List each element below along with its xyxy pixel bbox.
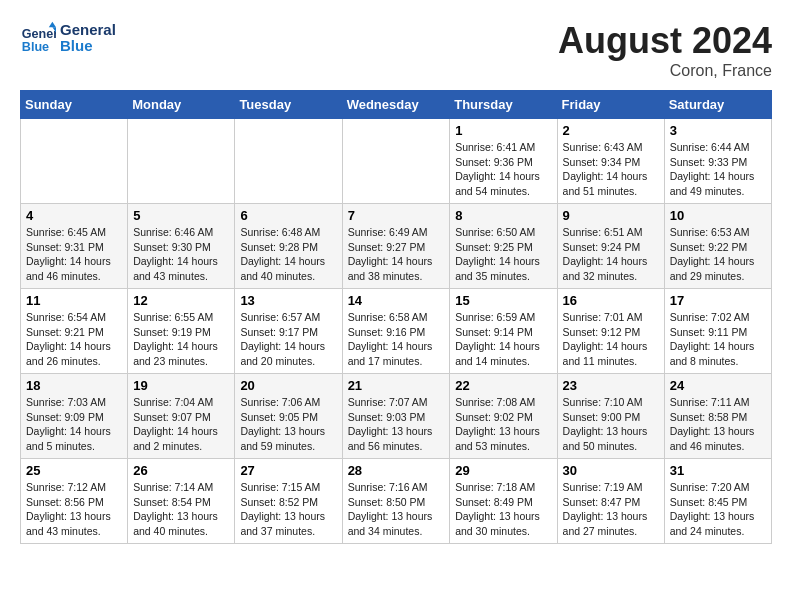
weekday-header-thursday: Thursday — [450, 91, 557, 119]
day-info: Sunrise: 6:58 AM Sunset: 9:16 PM Dayligh… — [348, 310, 445, 369]
day-info: Sunrise: 7:16 AM Sunset: 8:50 PM Dayligh… — [348, 480, 445, 539]
day-info: Sunrise: 7:12 AM Sunset: 8:56 PM Dayligh… — [26, 480, 122, 539]
day-number: 20 — [240, 378, 336, 393]
weekday-header-friday: Friday — [557, 91, 664, 119]
day-info: Sunrise: 7:03 AM Sunset: 9:09 PM Dayligh… — [26, 395, 122, 454]
day-info: Sunrise: 7:10 AM Sunset: 9:00 PM Dayligh… — [563, 395, 659, 454]
calendar-cell: 24Sunrise: 7:11 AM Sunset: 8:58 PM Dayli… — [664, 374, 771, 459]
day-info: Sunrise: 6:49 AM Sunset: 9:27 PM Dayligh… — [348, 225, 445, 284]
calendar-cell: 9Sunrise: 6:51 AM Sunset: 9:24 PM Daylig… — [557, 204, 664, 289]
day-number: 3 — [670, 123, 766, 138]
location: Coron, France — [558, 62, 772, 80]
day-number: 11 — [26, 293, 122, 308]
day-number: 26 — [133, 463, 229, 478]
day-info: Sunrise: 7:15 AM Sunset: 8:52 PM Dayligh… — [240, 480, 336, 539]
calendar-cell: 19Sunrise: 7:04 AM Sunset: 9:07 PM Dayli… — [128, 374, 235, 459]
day-number: 29 — [455, 463, 551, 478]
day-number: 14 — [348, 293, 445, 308]
day-number: 5 — [133, 208, 229, 223]
day-number: 10 — [670, 208, 766, 223]
day-info: Sunrise: 6:48 AM Sunset: 9:28 PM Dayligh… — [240, 225, 336, 284]
day-info: Sunrise: 7:08 AM Sunset: 9:02 PM Dayligh… — [455, 395, 551, 454]
calendar-cell: 12Sunrise: 6:55 AM Sunset: 9:19 PM Dayli… — [128, 289, 235, 374]
page-header: General Blue General Blue August 2024 Co… — [20, 20, 772, 80]
day-number: 13 — [240, 293, 336, 308]
day-info: Sunrise: 6:41 AM Sunset: 9:36 PM Dayligh… — [455, 140, 551, 199]
calendar-week-2: 4Sunrise: 6:45 AM Sunset: 9:31 PM Daylig… — [21, 204, 772, 289]
day-number: 2 — [563, 123, 659, 138]
svg-marker-2 — [49, 22, 56, 27]
weekday-header-sunday: Sunday — [21, 91, 128, 119]
svg-text:Blue: Blue — [22, 40, 49, 54]
weekday-header-saturday: Saturday — [664, 91, 771, 119]
day-info: Sunrise: 6:46 AM Sunset: 9:30 PM Dayligh… — [133, 225, 229, 284]
day-number: 8 — [455, 208, 551, 223]
day-number: 15 — [455, 293, 551, 308]
calendar-cell: 26Sunrise: 7:14 AM Sunset: 8:54 PM Dayli… — [128, 459, 235, 544]
day-number: 22 — [455, 378, 551, 393]
calendar-cell: 13Sunrise: 6:57 AM Sunset: 9:17 PM Dayli… — [235, 289, 342, 374]
day-info: Sunrise: 7:04 AM Sunset: 9:07 PM Dayligh… — [133, 395, 229, 454]
month-title: August 2024 — [558, 20, 772, 62]
calendar-cell: 22Sunrise: 7:08 AM Sunset: 9:02 PM Dayli… — [450, 374, 557, 459]
day-info: Sunrise: 7:01 AM Sunset: 9:12 PM Dayligh… — [563, 310, 659, 369]
weekday-header-tuesday: Tuesday — [235, 91, 342, 119]
day-info: Sunrise: 6:44 AM Sunset: 9:33 PM Dayligh… — [670, 140, 766, 199]
calendar-cell — [21, 119, 128, 204]
day-info: Sunrise: 6:59 AM Sunset: 9:14 PM Dayligh… — [455, 310, 551, 369]
day-number: 27 — [240, 463, 336, 478]
calendar-cell: 27Sunrise: 7:15 AM Sunset: 8:52 PM Dayli… — [235, 459, 342, 544]
calendar-cell: 28Sunrise: 7:16 AM Sunset: 8:50 PM Dayli… — [342, 459, 450, 544]
day-number: 7 — [348, 208, 445, 223]
day-number: 12 — [133, 293, 229, 308]
calendar-cell: 18Sunrise: 7:03 AM Sunset: 9:09 PM Dayli… — [21, 374, 128, 459]
calendar-cell — [342, 119, 450, 204]
day-info: Sunrise: 7:18 AM Sunset: 8:49 PM Dayligh… — [455, 480, 551, 539]
calendar-cell: 15Sunrise: 6:59 AM Sunset: 9:14 PM Dayli… — [450, 289, 557, 374]
calendar-body: 1Sunrise: 6:41 AM Sunset: 9:36 PM Daylig… — [21, 119, 772, 544]
logo-general: General — [60, 22, 116, 39]
calendar-cell: 21Sunrise: 7:07 AM Sunset: 9:03 PM Dayli… — [342, 374, 450, 459]
day-number: 25 — [26, 463, 122, 478]
calendar-week-5: 25Sunrise: 7:12 AM Sunset: 8:56 PM Dayli… — [21, 459, 772, 544]
calendar-cell: 3Sunrise: 6:44 AM Sunset: 9:33 PM Daylig… — [664, 119, 771, 204]
calendar-header: SundayMondayTuesdayWednesdayThursdayFrid… — [21, 91, 772, 119]
calendar-cell — [235, 119, 342, 204]
day-info: Sunrise: 6:57 AM Sunset: 9:17 PM Dayligh… — [240, 310, 336, 369]
calendar-week-1: 1Sunrise: 6:41 AM Sunset: 9:36 PM Daylig… — [21, 119, 772, 204]
logo: General Blue General Blue — [20, 20, 116, 56]
calendar-cell: 5Sunrise: 6:46 AM Sunset: 9:30 PM Daylig… — [128, 204, 235, 289]
title-area: August 2024 Coron, France — [558, 20, 772, 80]
calendar-cell: 20Sunrise: 7:06 AM Sunset: 9:05 PM Dayli… — [235, 374, 342, 459]
day-info: Sunrise: 6:45 AM Sunset: 9:31 PM Dayligh… — [26, 225, 122, 284]
day-info: Sunrise: 6:51 AM Sunset: 9:24 PM Dayligh… — [563, 225, 659, 284]
day-number: 1 — [455, 123, 551, 138]
weekday-header-wednesday: Wednesday — [342, 91, 450, 119]
calendar-cell: 1Sunrise: 6:41 AM Sunset: 9:36 PM Daylig… — [450, 119, 557, 204]
day-info: Sunrise: 7:02 AM Sunset: 9:11 PM Dayligh… — [670, 310, 766, 369]
day-info: Sunrise: 6:53 AM Sunset: 9:22 PM Dayligh… — [670, 225, 766, 284]
calendar-cell: 30Sunrise: 7:19 AM Sunset: 8:47 PM Dayli… — [557, 459, 664, 544]
day-number: 24 — [670, 378, 766, 393]
calendar-cell: 6Sunrise: 6:48 AM Sunset: 9:28 PM Daylig… — [235, 204, 342, 289]
calendar-cell: 17Sunrise: 7:02 AM Sunset: 9:11 PM Dayli… — [664, 289, 771, 374]
day-number: 21 — [348, 378, 445, 393]
calendar-cell: 8Sunrise: 6:50 AM Sunset: 9:25 PM Daylig… — [450, 204, 557, 289]
day-number: 17 — [670, 293, 766, 308]
day-info: Sunrise: 7:06 AM Sunset: 9:05 PM Dayligh… — [240, 395, 336, 454]
day-info: Sunrise: 7:14 AM Sunset: 8:54 PM Dayligh… — [133, 480, 229, 539]
calendar-cell: 16Sunrise: 7:01 AM Sunset: 9:12 PM Dayli… — [557, 289, 664, 374]
day-info: Sunrise: 7:07 AM Sunset: 9:03 PM Dayligh… — [348, 395, 445, 454]
calendar-cell: 25Sunrise: 7:12 AM Sunset: 8:56 PM Dayli… — [21, 459, 128, 544]
day-number: 19 — [133, 378, 229, 393]
calendar-table: SundayMondayTuesdayWednesdayThursdayFrid… — [20, 90, 772, 544]
weekday-header-monday: Monday — [128, 91, 235, 119]
calendar-cell: 10Sunrise: 6:53 AM Sunset: 9:22 PM Dayli… — [664, 204, 771, 289]
day-info: Sunrise: 6:43 AM Sunset: 9:34 PM Dayligh… — [563, 140, 659, 199]
day-number: 28 — [348, 463, 445, 478]
logo-icon: General Blue — [20, 20, 56, 56]
day-number: 31 — [670, 463, 766, 478]
day-info: Sunrise: 6:54 AM Sunset: 9:21 PM Dayligh… — [26, 310, 122, 369]
calendar-cell: 31Sunrise: 7:20 AM Sunset: 8:45 PM Dayli… — [664, 459, 771, 544]
calendar-cell — [128, 119, 235, 204]
